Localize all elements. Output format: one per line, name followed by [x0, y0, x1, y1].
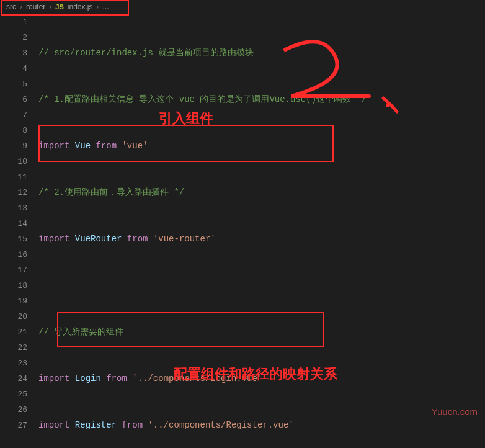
code-line: // src/router/index.js 就是当前项目的路由模块: [38, 45, 485, 61]
breadcrumb-part[interactable]: src: [6, 2, 16, 11]
code-line: // 导入所需要的组件: [38, 325, 485, 340]
breadcrumb-part[interactable]: ...: [103, 2, 109, 11]
annotation-text-mapping: 配置组件和路径的映射关系: [174, 365, 337, 383]
code-line: import Vue from 'vue': [38, 138, 485, 154]
annotation-text-import: 引入组件: [159, 109, 213, 128]
breadcrumb-sep: ›: [49, 2, 51, 11]
code-line: import Register from '../components/Regi…: [38, 418, 485, 433]
line-number-gutter: 1234567891011121314151617181920212223242…: [0, 14, 38, 448]
breadcrumb[interactable]: src › router › JS index.js › ...: [0, 0, 485, 14]
js-file-icon: JS: [55, 3, 63, 11]
code-line: /* 2.使用路由前，导入路由插件 */: [38, 185, 485, 200]
breadcrumb-part[interactable]: router: [26, 2, 45, 11]
breadcrumb-part[interactable]: index.js: [68, 2, 93, 11]
breadcrumb-sep: ›: [20, 2, 22, 11]
code-line: import VueRouter from 'vue-router': [38, 231, 485, 247]
breadcrumb-sep: ›: [97, 2, 99, 11]
code-line: /* 1.配置路由相关信息 导入这个 vue 的目的是为了调用Vue.use()…: [38, 92, 485, 107]
code-line: [38, 278, 485, 293]
watermark: Yuucn.com: [432, 406, 478, 417]
